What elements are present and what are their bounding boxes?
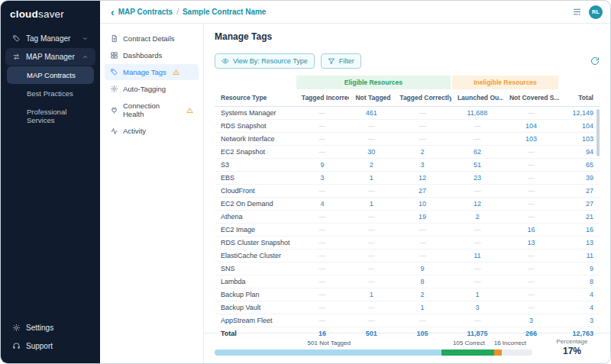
value-cell[interactable]: 12,149 <box>559 107 600 120</box>
value-cell: — <box>503 211 559 224</box>
view-by-button[interactable]: View By: Resource Type <box>215 53 315 69</box>
value-cell[interactable]: 9 <box>393 263 451 275</box>
value-cell[interactable]: 1 <box>393 301 451 314</box>
value-cell: — <box>451 263 503 275</box>
subnav-item-manage-tags[interactable]: Manage Tags <box>105 64 199 80</box>
contract-subnav: Contract Details Dashboards Manage Tags <box>100 24 204 363</box>
filter-funnel-icon <box>328 57 335 65</box>
value-cell[interactable]: 16 <box>296 327 350 340</box>
column-header-total[interactable]: Total <box>559 89 600 107</box>
value-cell[interactable]: 3 <box>559 314 600 327</box>
avatar[interactable]: RL <box>589 5 603 19</box>
value-cell[interactable]: 8 <box>393 275 451 288</box>
subnav-item-contract-details[interactable]: Contract Details <box>105 31 199 47</box>
value-cell[interactable]: 4 <box>559 301 600 314</box>
value-cell[interactable]: 51 <box>451 159 503 172</box>
value-cell[interactable]: 8 <box>559 275 600 288</box>
value-cell[interactable]: 104 <box>559 120 600 133</box>
breadcrumb-parent-link[interactable]: MAP Contracts <box>118 8 173 16</box>
value-cell[interactable]: 12,763 <box>559 327 600 340</box>
value-cell: — <box>393 224 451 237</box>
value-cell[interactable]: 19 <box>393 211 451 224</box>
value-cell[interactable]: 16 <box>503 224 559 237</box>
subnav-item-connection-health[interactable]: Connection Health <box>105 98 199 122</box>
resource-type-cell: EC2 Snapshot <box>215 146 296 159</box>
value-cell[interactable]: 39 <box>559 172 600 185</box>
value-cell[interactable]: 27 <box>559 198 600 211</box>
brand-logo: cloudsaver <box>1 1 100 29</box>
value-cell[interactable]: 461 <box>349 107 393 120</box>
value-cell[interactable]: 1 <box>349 198 393 211</box>
value-cell[interactable]: 27 <box>559 185 600 198</box>
scrollbar-thumb[interactable] <box>596 109 600 156</box>
column-header-tagged-incorrect[interactable]: Tagged Incorrect <box>296 89 350 107</box>
total-row: Total1650110511,87526612,763 <box>215 327 600 340</box>
column-header-tagged-correctly[interactable]: Tagged Correctly <box>393 89 451 107</box>
sidebar-item-tag-manager[interactable]: Tag Manager <box>5 30 95 47</box>
value-cell: — <box>349 224 393 237</box>
column-header-not-covered[interactable]: Not Covered S... <box>503 89 559 107</box>
value-cell[interactable]: 4 <box>559 288 600 301</box>
filter-button[interactable]: Filter <box>321 53 361 69</box>
value-cell[interactable]: 3 <box>393 159 451 172</box>
value-cell[interactable]: 501 <box>349 327 393 340</box>
value-cell[interactable]: 62 <box>451 146 503 159</box>
column-header-not-tagged[interactable]: Not Tagged <box>349 89 393 107</box>
value-cell[interactable]: 23 <box>451 172 503 185</box>
subnav-item-auto-tagging[interactable]: Auto-Tagging <box>105 81 199 97</box>
value-cell[interactable]: 2 <box>349 159 393 172</box>
sidebar-item-map-manager[interactable]: MAP Manager <box>5 48 95 66</box>
value-cell[interactable]: 2 <box>393 288 451 301</box>
subnav-item-dashboards[interactable]: Dashboards <box>105 47 199 63</box>
value-cell[interactable]: 12 <box>393 172 451 185</box>
filter-label: Filter <box>339 57 354 65</box>
column-header-launched-outside[interactable]: Launched Ou... <box>451 89 503 107</box>
value-cell[interactable]: 30 <box>349 146 393 159</box>
column-header-resource-type[interactable]: Resource Type <box>215 89 296 107</box>
value-cell[interactable]: 3 <box>503 314 559 327</box>
value-cell[interactable]: 11 <box>451 250 503 263</box>
subnav-item-activity[interactable]: Activity <box>105 123 199 139</box>
value-cell[interactable]: 11,688 <box>451 107 503 120</box>
value-cell[interactable]: 12 <box>451 198 503 211</box>
sidebar-item-settings[interactable]: Settings <box>5 319 95 337</box>
value-cell[interactable]: 1 <box>349 288 393 301</box>
value-cell[interactable]: 11 <box>559 250 600 263</box>
value-cell[interactable]: 103 <box>559 133 600 146</box>
correct-label: 105 Correct <box>453 340 485 346</box>
value-cell[interactable]: 2 <box>393 146 451 159</box>
table-scrollbar[interactable] <box>596 109 600 340</box>
value-cell[interactable]: 3 <box>451 301 503 314</box>
value-cell[interactable]: 1 <box>349 172 393 185</box>
value-cell[interactable]: 10 <box>393 198 451 211</box>
value-cell[interactable]: 104 <box>503 120 559 133</box>
value-cell[interactable]: 4 <box>296 198 350 211</box>
value-cell[interactable]: 94 <box>559 146 600 159</box>
progress-labels: 501 Not Tagged 105 Correct 16 Incorrect <box>215 340 532 348</box>
value-cell[interactable]: 65 <box>559 159 600 172</box>
list-settings-icon[interactable] <box>572 7 582 17</box>
value-cell[interactable]: 16 <box>559 224 600 237</box>
refresh-icon[interactable] <box>590 56 600 66</box>
value-cell[interactable]: 21 <box>559 211 600 224</box>
value-cell[interactable]: 11,875 <box>451 327 503 340</box>
value-cell[interactable]: 105 <box>393 327 451 340</box>
value-cell[interactable]: 27 <box>393 185 451 198</box>
value-cell: — <box>349 211 393 224</box>
sidebar-item-best-practices[interactable]: Best Practices <box>7 85 94 102</box>
value-cell[interactable]: 13 <box>503 237 559 250</box>
sidebar-item-professional-services[interactable]: Professional Services <box>7 103 94 129</box>
view-by-label: View By: Resource Type <box>233 57 308 65</box>
sidebar-item-support[interactable]: Support <box>5 337 95 355</box>
sidebar-item-map-contracts[interactable]: MAP Contracts <box>7 66 94 84</box>
value-cell[interactable]: 13 <box>559 237 600 250</box>
value-cell[interactable]: 266 <box>503 327 559 340</box>
value-cell[interactable]: 3 <box>296 172 350 185</box>
breadcrumb: ‹ MAP Contracts / Sample Contract Name <box>111 7 266 18</box>
value-cell[interactable]: 9 <box>559 263 600 275</box>
value-cell[interactable]: 9 <box>296 159 350 172</box>
value-cell[interactable]: 103 <box>503 133 559 146</box>
value-cell[interactable]: 1 <box>451 288 503 301</box>
value-cell[interactable]: 2 <box>451 211 503 224</box>
back-chevron-icon[interactable]: ‹ <box>111 7 115 18</box>
